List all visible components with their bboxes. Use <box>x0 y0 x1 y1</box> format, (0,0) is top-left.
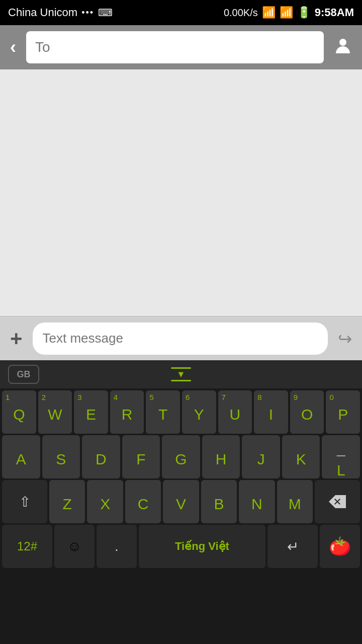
to-input[interactable] <box>35 39 315 55</box>
key-z[interactable]: Z <box>49 480 85 523</box>
backspace-icon <box>329 495 346 508</box>
key-k[interactable]: K <box>282 435 320 478</box>
text-message-input[interactable] <box>43 331 318 346</box>
status-right: 0.00K/s 📶 📶 🔋 9:58AM <box>224 6 354 19</box>
enter-icon: ↵ <box>287 538 299 555</box>
gb-badge: GB <box>8 365 39 384</box>
key-r[interactable]: 4 R <box>110 390 144 434</box>
emoji-key[interactable]: ☺ <box>54 525 95 568</box>
key-a[interactable]: A <box>2 435 40 478</box>
key-x[interactable]: X <box>87 480 123 523</box>
keyboard-area: GB ▼ English Tiếng Việt (Vietnamese) Mor… <box>0 360 362 644</box>
key-b[interactable]: B <box>201 480 237 523</box>
backspace-key[interactable] <box>315 480 360 523</box>
period-label: . <box>115 538 119 554</box>
to-input-wrap[interactable] <box>26 31 324 63</box>
keyboard-row-1: 1 Q 2 W 3 E 4 R 5 T 6 Y <box>2 390 360 434</box>
text-message-input-wrap[interactable] <box>33 323 328 355</box>
space-language-label: Tiếng Việt <box>175 540 229 553</box>
status-left: China Unicom ••• ⌨ <box>8 6 113 19</box>
carrier-dots: ••• <box>81 8 94 18</box>
key-q[interactable]: 1 Q <box>2 390 36 434</box>
bottom-bar: + ↪ <box>0 316 362 360</box>
key-n[interactable]: N <box>239 480 275 523</box>
key-m[interactable]: M <box>277 480 313 523</box>
key-u[interactable]: 7 U <box>218 390 252 434</box>
keyboard-row-3: ⇧ Z X C V B N M <box>2 480 360 523</box>
shift-icon: ⇧ <box>19 494 31 510</box>
message-area <box>0 69 362 316</box>
keyboard-status-icon: ⌨ <box>98 7 113 19</box>
carrier-text: China Unicom <box>8 6 77 19</box>
key-o[interactable]: 9 O <box>290 390 324 434</box>
key-e[interactable]: 3 E <box>74 390 108 434</box>
keyboard-rows: English Tiếng Việt (Vietnamese) More lan… <box>0 388 362 644</box>
key-v[interactable]: V <box>163 480 199 523</box>
key-h[interactable]: H <box>202 435 240 478</box>
keyboard-row-2: A S D F G H J K _ <box>2 435 360 478</box>
signal-icon: 📶 <box>280 6 293 19</box>
enter-key[interactable]: ↵ <box>267 525 318 568</box>
key-w[interactable]: 2 W <box>38 390 72 434</box>
tomato-icon: 🍅 <box>329 536 351 557</box>
key-c[interactable]: C <box>125 480 161 523</box>
key-i[interactable]: 8 I <box>254 390 288 434</box>
back-button[interactable]: ‹ <box>6 33 20 62</box>
emoji-icon: ☺ <box>67 538 82 554</box>
battery-icon: 🔋 <box>297 6 311 19</box>
shift-key[interactable]: ⇧ <box>2 480 47 523</box>
keyboard-collapse-button[interactable]: ▼ <box>171 367 191 381</box>
key-s[interactable]: S <box>42 435 80 478</box>
key-p[interactable]: 0 P <box>326 390 360 434</box>
key-y[interactable]: 6 Y <box>182 390 216 434</box>
keyboard-toolbar: GB ▼ <box>0 360 362 388</box>
period-key[interactable]: . <box>97 525 137 568</box>
key-t[interactable]: 5 T <box>146 390 180 434</box>
space-language-key[interactable]: Tiếng Việt <box>139 525 265 568</box>
key-l[interactable]: _ L <box>322 435 360 478</box>
contact-icon[interactable] <box>330 32 356 63</box>
add-attachment-button[interactable]: + <box>6 325 27 353</box>
status-time: 9:58AM <box>315 6 354 19</box>
wifi-icon: 📶 <box>262 6 276 19</box>
send-button[interactable]: ↪ <box>334 325 356 353</box>
num-sym-key[interactable]: 12# <box>2 525 52 568</box>
svg-point-0 <box>339 39 346 46</box>
key-f[interactable]: F <box>122 435 160 478</box>
key-g[interactable]: G <box>162 435 200 478</box>
key-j[interactable]: J <box>242 435 280 478</box>
tomato-key[interactable]: 🍅 <box>320 525 360 568</box>
key-d[interactable]: D <box>82 435 120 478</box>
top-bar: ‹ <box>0 25 362 69</box>
keyboard-row-4: 12# ☺ . Tiếng Việt ↵ 🍅 <box>2 525 360 568</box>
status-bar: China Unicom ••• ⌨ 0.00K/s 📶 📶 🔋 9:58AM <box>0 0 362 25</box>
network-speed: 0.00K/s <box>224 7 258 19</box>
